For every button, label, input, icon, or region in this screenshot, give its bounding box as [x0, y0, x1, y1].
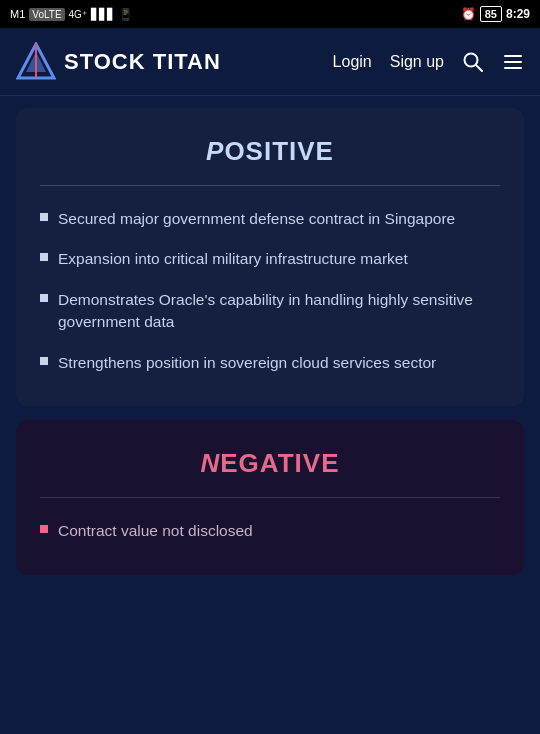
positive-list: Secured major government defense contrac… [40, 208, 500, 374]
list-item: Strengthens position in sovereign cloud … [40, 352, 500, 374]
signup-link[interactable]: Sign up [390, 53, 444, 71]
negative-title-rest: EGATIVE [220, 448, 339, 478]
positive-card: POSITIVE Secured major government defens… [16, 108, 524, 406]
network-label: VoLTE [29, 8, 64, 21]
positive-title: POSITIVE [40, 136, 500, 167]
svg-rect-5 [504, 55, 522, 57]
whatsapp-icon: 📱 [119, 8, 133, 21]
network-type: 4G⁺ [69, 9, 87, 20]
brand-logo-icon [16, 42, 56, 82]
status-right: ⏰ 85 8:29 [461, 6, 530, 22]
navbar: STOCK TITAN Login Sign up [0, 28, 540, 96]
bullet-icon [40, 525, 48, 533]
positive-item-2: Expansion into critical military infrast… [58, 248, 408, 270]
brand[interactable]: STOCK TITAN [16, 42, 221, 82]
svg-line-4 [476, 65, 482, 71]
alarm-icon: ⏰ [461, 7, 476, 21]
carrier-label: M1 [10, 8, 25, 20]
negative-divider [40, 497, 500, 498]
positive-title-rest: OSITIVE [224, 136, 334, 166]
positive-item-3: Demonstrates Oracle's capability in hand… [58, 289, 500, 334]
login-link[interactable]: Login [333, 53, 372, 71]
list-item: Secured major government defense contrac… [40, 208, 500, 230]
positive-item-4: Strengthens position in sovereign cloud … [58, 352, 436, 374]
bullet-icon [40, 294, 48, 302]
navbar-links: Login Sign up [333, 51, 524, 73]
positive-title-first: P [206, 136, 224, 166]
positive-item-1: Secured major government defense contrac… [58, 208, 455, 230]
negative-list: Contract value not disclosed [40, 520, 500, 542]
negative-title-first: N [201, 448, 221, 478]
svg-rect-6 [504, 61, 522, 63]
negative-item-1: Contract value not disclosed [58, 520, 253, 542]
signal-icon: ▋▋▋ [91, 8, 115, 21]
svg-rect-7 [504, 67, 522, 69]
brand-name: STOCK TITAN [64, 49, 221, 75]
time-label: 8:29 [506, 7, 530, 21]
menu-icon[interactable] [502, 51, 524, 73]
status-left: M1 VoLTE 4G⁺ ▋▋▋ 📱 [10, 8, 133, 21]
status-bar: M1 VoLTE 4G⁺ ▋▋▋ 📱 ⏰ 85 8:29 [0, 0, 540, 28]
search-icon[interactable] [462, 51, 484, 73]
positive-divider [40, 185, 500, 186]
list-item: Expansion into critical military infrast… [40, 248, 500, 270]
bullet-icon [40, 213, 48, 221]
negative-title: NEGATIVE [40, 448, 500, 479]
battery-indicator: 85 [480, 6, 502, 22]
list-item: Demonstrates Oracle's capability in hand… [40, 289, 500, 334]
list-item: Contract value not disclosed [40, 520, 500, 542]
main-content: POSITIVE Secured major government defens… [0, 96, 540, 575]
negative-card: NEGATIVE Contract value not disclosed [16, 420, 524, 574]
bullet-icon [40, 253, 48, 261]
bullet-icon [40, 357, 48, 365]
